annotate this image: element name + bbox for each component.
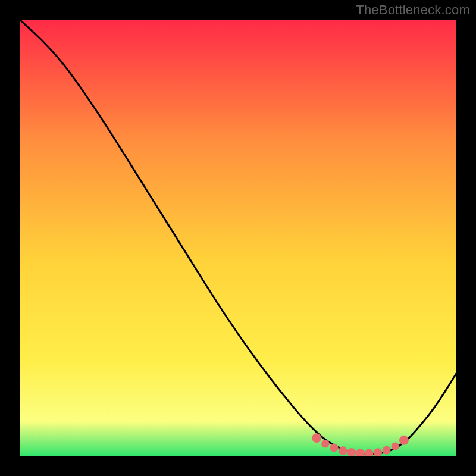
plot-area	[20, 20, 456, 456]
optimal-dot	[392, 442, 399, 450]
watermark-text: TheBottleneck.com	[356, 2, 470, 18]
optimal-dot	[399, 436, 409, 445]
chart-frame: TheBottleneck.com	[0, 0, 476, 476]
optimal-dot	[312, 433, 321, 443]
gradient-background	[20, 20, 456, 456]
chart-svg	[20, 20, 456, 456]
optimal-dot	[321, 440, 329, 447]
optimal-dot	[383, 446, 391, 455]
optimal-dot	[330, 443, 339, 452]
optimal-dot	[374, 448, 382, 456]
optimal-dot	[339, 446, 347, 455]
